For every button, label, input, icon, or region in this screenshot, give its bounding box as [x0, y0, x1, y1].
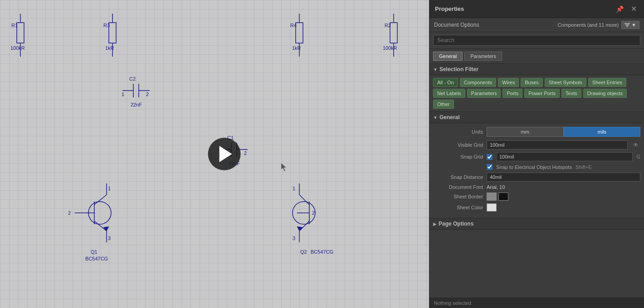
svg-rect-11 — [296, 23, 303, 43]
visible-grid-label: Visible Grid — [433, 142, 483, 148]
tab-parameters[interactable]: Parameters — [464, 52, 502, 61]
snap-distance-label: Snap Distance — [433, 174, 483, 180]
svg-text:1kR: 1kR — [105, 45, 114, 51]
svg-text:C2: C2 — [129, 76, 136, 82]
sheet-color-label: Sheet Color — [433, 205, 483, 210]
svg-text:1: 1 — [122, 91, 124, 97]
page-options-header[interactable]: ▶ Page Options — [429, 218, 644, 230]
svg-text:1kR: 1kR — [292, 45, 301, 51]
filter-power-ports[interactable]: Power Ports — [524, 89, 560, 98]
svg-text:R3: R3 — [103, 23, 110, 28]
filter-all-on[interactable]: All - On — [433, 78, 458, 87]
filter-texts[interactable]: Texts — [561, 89, 581, 98]
snap-grid-checkbox[interactable] — [487, 154, 493, 160]
filter-buttons-container: All - On Components Wires Buses Sheet Sy… — [429, 75, 644, 112]
search-row — [429, 32, 644, 49]
sheet-border-color1-swatch[interactable] — [487, 192, 497, 201]
svg-text:R4: R4 — [290, 23, 297, 28]
svg-text:BC547CG: BC547CG — [311, 249, 333, 255]
play-button[interactable] — [208, 138, 241, 170]
svg-text:2: 2 — [68, 210, 71, 216]
status-bar: Nothing selected — [429, 298, 644, 308]
sheet-border-color2-swatch[interactable] — [498, 192, 508, 201]
sheet-color-swatch[interactable] — [487, 203, 497, 212]
schematic-canvas[interactable]: .sch-text { font-family: Arial, sans-ser… — [0, 0, 429, 308]
filter-components[interactable]: Components — [460, 78, 496, 87]
snap-electrical-shortcut: Shift+E — [576, 164, 592, 170]
svg-text:BC547CG: BC547CG — [85, 256, 108, 261]
filter-other[interactable]: Other — [433, 100, 454, 109]
snap-distance-row: Snap Distance — [433, 173, 640, 182]
doc-options-label: Document Options — [434, 22, 479, 28]
status-text: Nothing selected — [434, 300, 471, 306]
dropdown-arrow: ▼ — [631, 22, 636, 28]
svg-text:100kR: 100kR — [383, 45, 397, 51]
svg-rect-1 — [17, 23, 24, 43]
filter-ports[interactable]: Ports — [503, 89, 522, 98]
svg-text:1: 1 — [108, 186, 111, 191]
sheet-border-row: Sheet Border — [433, 192, 640, 201]
document-font-label: Document Font — [433, 184, 483, 190]
filter-button[interactable]: ▼ — [621, 21, 639, 29]
svg-line-40 — [94, 221, 107, 231]
units-label: Units — [433, 129, 483, 135]
svg-text:Q2: Q2 — [300, 249, 307, 255]
svg-text:1: 1 — [293, 186, 295, 191]
filter-wires[interactable]: Wires — [498, 78, 519, 87]
snap-electrical-checkbox[interactable] — [487, 164, 493, 170]
page-options-arrow: ▶ — [433, 221, 437, 226]
svg-line-53 — [299, 221, 309, 231]
visible-grid-row: Visible Grid 👁 — [433, 140, 640, 149]
filter-parameters[interactable]: Parameters — [467, 89, 501, 98]
svg-line-51 — [299, 195, 309, 205]
selection-filter-arrow: ▼ — [433, 67, 438, 72]
doc-options-row: Document Options Components (and 11 more… — [429, 18, 644, 32]
snap-grid-input[interactable] — [496, 152, 633, 161]
visible-grid-input[interactable] — [487, 140, 628, 149]
general-arrow: ▼ — [433, 115, 438, 120]
panel-pin-button[interactable]: 📌 — [614, 5, 625, 14]
search-input[interactable] — [433, 35, 640, 46]
document-font-row: Document Font Arial, 10 — [433, 184, 640, 190]
general-section-title: General — [439, 114, 460, 120]
properties-panel: Properties 📌 ✕ Document Options Componen… — [429, 0, 644, 308]
svg-text:22nF: 22nF — [131, 102, 142, 107]
snap-electrical-row: Snap to Electrical Object Hotspots Shift… — [433, 164, 640, 170]
svg-text:R1: R1 — [11, 23, 18, 28]
svg-text:Q1: Q1 — [91, 249, 98, 255]
units-toggle: mm mils — [487, 127, 640, 137]
svg-rect-6 — [109, 23, 116, 43]
panel-title: Properties — [435, 5, 464, 12]
panel-close-button[interactable]: ✕ — [629, 4, 639, 14]
unit-mm-button[interactable]: mm — [487, 127, 564, 137]
general-properties: Units mm mils Visible Grid 👁 Snap Grid G… — [429, 123, 644, 218]
tabs-row: General Parameters — [429, 49, 644, 64]
filter-buses[interactable]: Buses — [521, 78, 543, 87]
filter-drawing-objects[interactable]: Drawing objects — [583, 89, 627, 98]
selection-filter-title: Selection Filter — [439, 66, 478, 72]
tab-general[interactable]: General — [433, 52, 463, 61]
sheet-border-label: Sheet Border — [433, 194, 483, 199]
general-section-header[interactable]: ▼ General — [429, 112, 644, 123]
svg-text:R2: R2 — [385, 23, 391, 28]
eye-icon[interactable]: 👁 — [631, 141, 640, 149]
sheet-color-row: Sheet Color — [433, 203, 640, 212]
document-font-value: Arial, 10 — [487, 184, 640, 190]
selection-filter-header[interactable]: ▼ Selection Filter — [429, 64, 644, 75]
svg-line-38 — [94, 195, 107, 205]
snap-grid-row: Snap Grid G — [433, 152, 640, 161]
filter-sheet-entries[interactable]: Sheet Entries — [588, 78, 626, 87]
snap-grid-shortcut: G — [636, 154, 640, 159]
svg-rect-16 — [390, 23, 397, 43]
units-row: Units mm mils — [433, 127, 640, 137]
panel-header: Properties 📌 ✕ — [429, 0, 644, 18]
unit-mils-button[interactable]: mils — [564, 127, 641, 137]
svg-text:100kR: 100kR — [10, 45, 25, 51]
components-label: Components (and 11 more) — [558, 22, 619, 28]
svg-text:2: 2 — [244, 150, 247, 156]
filter-icon — [624, 23, 630, 27]
snap-electrical-label: Snap to Electrical Object Hotspots — [496, 164, 572, 170]
snap-distance-input[interactable] — [487, 173, 640, 182]
filter-net-labels[interactable]: Net Labels — [433, 89, 465, 98]
filter-sheet-symbols[interactable]: Sheet Symbols — [545, 78, 586, 87]
